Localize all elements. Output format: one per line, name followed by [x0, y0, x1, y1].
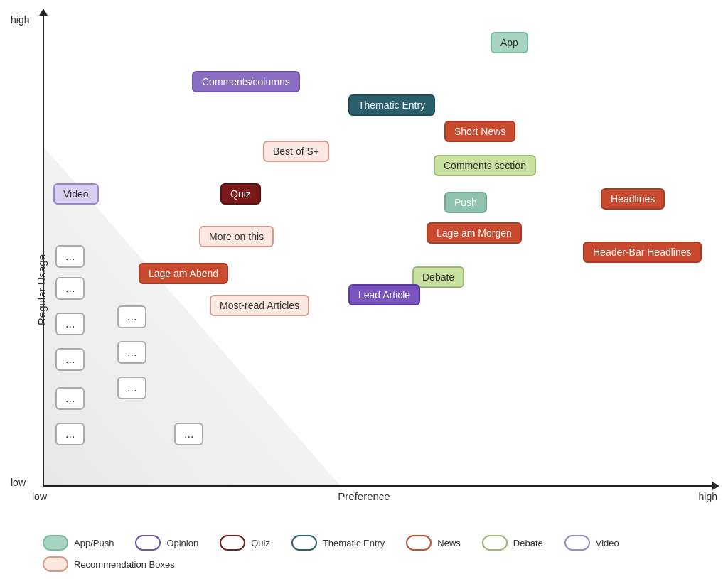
x-axis-low-label: low	[32, 491, 47, 502]
chip-best-of-sp: Best of S+	[263, 141, 329, 162]
legend-item-app-push: App/Push	[43, 535, 114, 551]
chip-dot7: ...	[117, 305, 146, 328]
legend-label-news: News	[437, 538, 461, 548]
chart-container: high low low high Preference Regular Usa…	[0, 0, 728, 579]
legend-item-debate-leg: Debate	[482, 535, 543, 551]
x-axis-high-label: high	[699, 491, 717, 502]
legend-oval-news	[406, 535, 432, 551]
chip-video: Video	[53, 183, 99, 205]
x-axis-title: Preference	[338, 490, 390, 502]
legend-label-debate-leg: Debate	[513, 538, 543, 548]
legend-oval-opinion	[135, 535, 161, 551]
legend-oval-rec-boxes	[43, 556, 68, 572]
chip-dot9: ...	[117, 377, 146, 399]
legend-item-video-leg: Video	[564, 535, 619, 551]
y-axis-low-label: low	[11, 477, 26, 488]
legend-label-app-push: App/Push	[74, 538, 114, 548]
chip-dot2: ...	[55, 277, 85, 300]
legend-oval-thematic-leg	[291, 535, 317, 551]
chip-comments-section: Comments section	[434, 155, 536, 176]
chip-lage-am-morgen: Lage am Morgen	[427, 222, 522, 244]
y-axis-high-label: high	[11, 14, 29, 26]
chip-quiz: Quiz	[220, 183, 261, 205]
legend-item-news: News	[406, 535, 461, 551]
chip-short-news: Short News	[444, 121, 515, 142]
chip-more-on-this: More on this	[199, 226, 274, 247]
chip-push: Push	[444, 192, 487, 213]
legend-item-rec-boxes: Recommendation Boxes	[43, 556, 175, 572]
legend-oval-quiz-leg	[220, 535, 245, 551]
chip-headlines: Headlines	[601, 188, 665, 210]
chip-debate: Debate	[412, 266, 464, 288]
legend-item-quiz-leg: Quiz	[220, 535, 270, 551]
legend-item-thematic-leg: Thematic Entry	[291, 535, 385, 551]
y-axis-title: Regular Usage	[36, 254, 48, 325]
chip-thematic-entry: Thematic Entry	[348, 94, 435, 116]
legend-label-video-leg: Video	[596, 538, 619, 548]
x-axis	[43, 485, 714, 487]
chip-dot5: ...	[55, 387, 85, 410]
chip-header-bar: Header-Bar Headlines	[583, 242, 702, 263]
legend-item-opinion: Opinion	[135, 535, 198, 551]
legend-label-opinion: Opinion	[166, 538, 198, 548]
chip-dot10: ...	[174, 423, 203, 445]
chip-most-read: Most-read Articles	[210, 295, 309, 316]
legend-label-rec-boxes: Recommendation Boxes	[74, 559, 175, 570]
chip-dot1: ...	[55, 245, 85, 268]
legend-label-quiz-leg: Quiz	[251, 538, 270, 548]
legend-oval-app-push	[43, 535, 68, 551]
chip-app: App	[491, 32, 528, 53]
legend: App/PushOpinionQuizThematic EntryNewsDeb…	[43, 535, 714, 572]
chip-lead-article: Lead Article	[348, 284, 420, 305]
legend-oval-video-leg	[564, 535, 590, 551]
legend-oval-debate-leg	[482, 535, 508, 551]
chip-dot3: ...	[55, 313, 85, 335]
y-axis	[43, 14, 44, 487]
chip-dot8: ...	[117, 341, 146, 364]
legend-label-thematic-leg: Thematic Entry	[323, 538, 385, 548]
chip-dot4: ...	[55, 348, 85, 371]
chip-lage-am-abend: Lage am Abend	[139, 263, 228, 284]
chip-dot6: ...	[55, 423, 85, 445]
chip-comments-columns: Comments/columns	[192, 71, 300, 92]
